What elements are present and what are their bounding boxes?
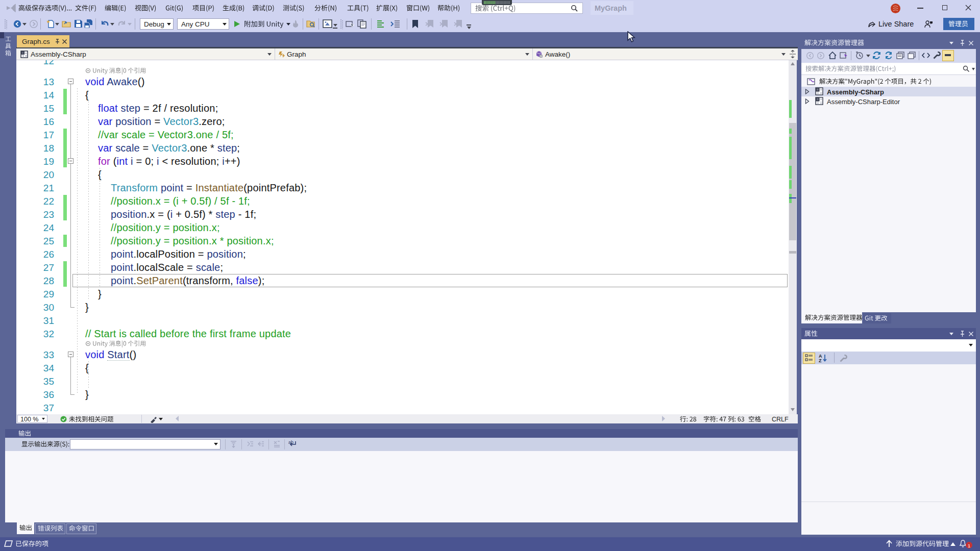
svg-text:Z: Z xyxy=(819,358,822,363)
